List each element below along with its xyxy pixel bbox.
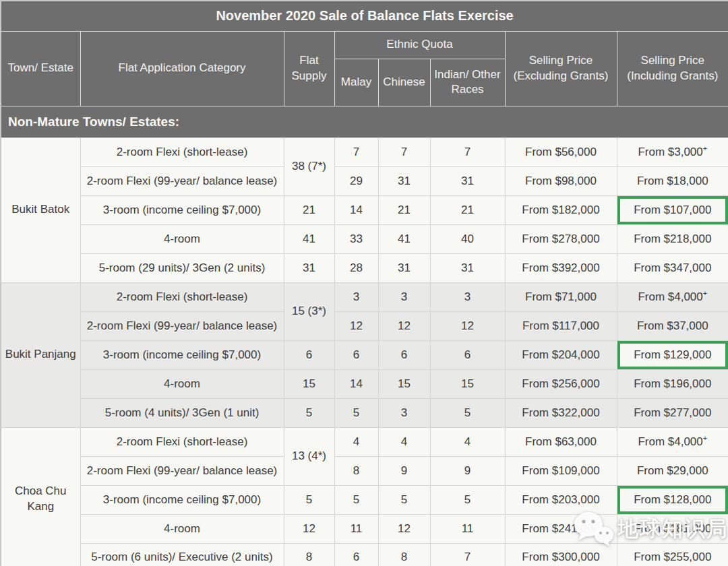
category-cell: 4-room (80, 369, 284, 398)
malay-quota-cell: 28 (334, 253, 378, 282)
category-cell: 3-room (income ceiling $7,000) (80, 195, 284, 224)
malay-quota-cell: 6 (334, 340, 378, 369)
chinese-quota-cell: 31 (378, 166, 430, 195)
price-excluding-grants-cell: From $204,000 (505, 340, 617, 369)
indian-other-quota-cell: 40 (430, 224, 505, 253)
col-header-chinese: Chinese (378, 59, 430, 106)
table-row: Choa Chu Kang2-room Flexi (short-lease)1… (1, 427, 728, 456)
indian-other-quota-cell: 4 (430, 427, 505, 456)
chinese-quota-cell: 12 (378, 514, 430, 543)
chinese-quota-cell: 3 (378, 398, 430, 427)
malay-quota-cell: 7 (334, 137, 378, 166)
col-header-town-estate: Town/ Estate (1, 31, 80, 106)
town-cell: Bukit Panjang (1, 282, 80, 427)
price-including-grants-cell: From $18,000 (617, 166, 728, 195)
table-row: 3-room (income ceiling $7,000)21142121Fr… (1, 195, 728, 224)
price-excluding-grants-cell: From $278,000 (505, 224, 617, 253)
price-excluding-grants-cell: From $300,000 (505, 543, 617, 566)
category-cell: 5-room (4 units)/ 3Gen (1 unit) (80, 398, 284, 427)
category-cell: 2-room Flexi (99-year/ balance lease) (80, 311, 284, 340)
supply-cell: 38 (7*) (284, 137, 334, 195)
price-including-grants-cell: From $4,000+ (617, 427, 728, 456)
category-cell: 3-room (income ceiling $7,000) (80, 340, 284, 369)
category-cell: 4-room (80, 224, 284, 253)
indian-other-quota-cell: 5 (430, 398, 505, 427)
supply-cell: 12 (284, 514, 334, 543)
malay-quota-cell: 5 (334, 398, 378, 427)
indian-other-quota-cell: 11 (430, 514, 505, 543)
category-cell: 3-room (income ceiling $7,000) (80, 485, 284, 514)
supply-cell: 6 (284, 340, 334, 369)
malay-quota-cell: 29 (334, 166, 378, 195)
supply-cell: 5 (284, 485, 334, 514)
table-row: 2-room Flexi (99-year/ balance lease)293… (1, 166, 728, 195)
malay-quota-cell: 8 (334, 456, 378, 485)
malay-quota-cell: 14 (334, 369, 378, 398)
malay-quota-cell: 6 (334, 543, 378, 566)
chinese-quota-cell: 21 (378, 195, 430, 224)
table-row: 4-room12111211From $241,000From $181,000 (1, 514, 728, 543)
town-cell: Bukit Batok (1, 137, 80, 282)
col-header-flat-supply: Flat Supply (284, 31, 334, 106)
col-header-flat-application-category: Flat Application Category (80, 31, 284, 106)
malay-quota-cell: 4 (334, 427, 378, 456)
chinese-quota-cell: 6 (378, 340, 430, 369)
price-including-grants-cell: From $196,000 (617, 369, 728, 398)
chinese-quota-cell: 8 (378, 543, 430, 566)
col-header-malay: Malay (334, 59, 378, 106)
price-excluding-grants-cell: From $392,000 (505, 253, 617, 282)
category-cell: 4-room (80, 514, 284, 543)
chinese-quota-cell: 9 (378, 456, 430, 485)
footnote-plus-marker: + (703, 144, 707, 152)
malay-quota-cell: 12 (334, 311, 378, 340)
col-header-selling-price-excluding: Selling Price (Excluding Grants) (505, 31, 617, 106)
category-cell: 5-room (6 units)/ Executive (2 units) (80, 543, 284, 566)
malay-quota-cell: 33 (334, 224, 378, 253)
category-cell: 2-room Flexi (short-lease) (80, 137, 284, 166)
table-row: 5-room (6 units)/ Executive (2 units)868… (1, 543, 728, 566)
price-including-grants-cell: From $129,000 (617, 340, 728, 369)
category-cell: 2-room Flexi (short-lease) (80, 282, 284, 311)
col-header-selling-price-including: Selling Price (Including Grants) (617, 31, 728, 106)
price-excluding-grants-cell: From $71,000 (505, 282, 617, 311)
chinese-quota-cell: 41 (378, 224, 430, 253)
indian-other-quota-cell: 6 (430, 340, 505, 369)
chinese-quota-cell: 12 (378, 311, 430, 340)
table-row: Bukit Panjang2-room Flexi (short-lease)1… (1, 282, 728, 311)
price-including-grants-cell: From $277,000 (617, 398, 728, 427)
price-excluding-grants-cell: From $109,000 (505, 456, 617, 485)
indian-other-quota-cell: 15 (430, 369, 505, 398)
table-row: 4-room41334140From $278,000From $218,000 (1, 224, 728, 253)
price-excluding-grants-cell: From $56,000 (505, 137, 617, 166)
category-cell: 2-room Flexi (99-year/ balance lease) (80, 456, 284, 485)
page: November 2020 Sale of Balance Flats Exer… (0, 0, 728, 566)
price-excluding-grants-cell: From $241,000 (505, 514, 617, 543)
price-including-grants-cell: From $181,000 (617, 514, 728, 543)
price-excluding-grants-cell: From $63,000 (505, 427, 617, 456)
price-excluding-grants-cell: From $98,000 (505, 166, 617, 195)
price-including-grants-cell: From $37,000 (617, 311, 728, 340)
supply-cell: 15 (284, 369, 334, 398)
supply-cell: 31 (284, 253, 334, 282)
price-including-grants-cell: From $128,000 (617, 485, 728, 514)
col-header-ethnic-quota: Ethnic Quota (334, 31, 505, 59)
table-row: 3-room (income ceiling $7,000)5555From $… (1, 485, 728, 514)
chinese-quota-cell: 3 (378, 282, 430, 311)
indian-other-quota-cell: 7 (430, 543, 505, 566)
indian-other-quota-cell: 7 (430, 137, 505, 166)
malay-quota-cell: 11 (334, 514, 378, 543)
malay-quota-cell: 3 (334, 282, 378, 311)
price-including-grants-cell: From $218,000 (617, 224, 728, 253)
town-cell: Choa Chu Kang (1, 427, 80, 566)
chinese-quota-cell: 15 (378, 369, 430, 398)
chinese-quota-cell: 5 (378, 485, 430, 514)
indian-other-quota-cell: 12 (430, 311, 505, 340)
indian-other-quota-cell: 31 (430, 166, 505, 195)
category-cell: 2-room Flexi (short-lease) (80, 427, 284, 456)
price-including-grants-cell: From $255,000 (617, 543, 728, 566)
category-cell: 2-room Flexi (99-year/ balance lease) (80, 166, 284, 195)
table-body: Non-Mature Towns/ Estates: Bukit Batok2-… (1, 106, 728, 566)
price-excluding-grants-cell: From $117,000 (505, 311, 617, 340)
chinese-quota-cell: 31 (378, 253, 430, 282)
table-row: 2-room Flexi (99-year/ balance lease)121… (1, 311, 728, 340)
